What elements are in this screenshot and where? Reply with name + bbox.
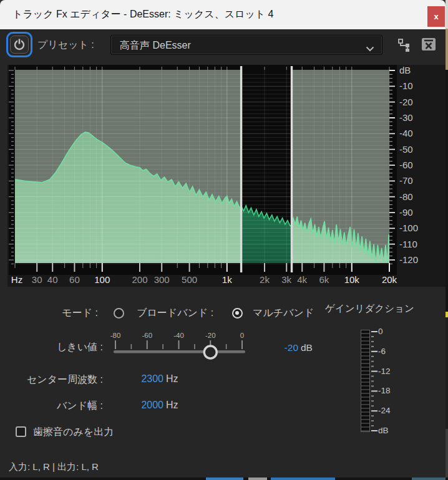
svg-text:-40: -40 — [173, 332, 184, 339]
spectrum-graph[interactable]: dB-10-20-30-40-50-60-70-80-90-100-110-12… — [0, 62, 446, 290]
svg-text:4k: 4k — [297, 274, 307, 285]
svg-text:500: 500 — [182, 274, 197, 285]
desktop-bleed-bottom — [248, 478, 267, 480]
screen: トラック Fx エディター - DeEsser: ミックス、スロット 4 x プ… — [0, 0, 448, 480]
bandwidth-unit: Hz — [166, 400, 178, 411]
desktop-bleed-right — [446, 312, 448, 317]
titlebar: トラック Fx エディター - DeEsser: ミックス、スロット 4 x — [0, 0, 446, 29]
svg-text:6k: 6k — [319, 274, 329, 285]
gain-reduction-meter-scale — [371, 327, 381, 436]
svg-text:2k: 2k — [260, 274, 270, 285]
mode-label: モード : — [0, 307, 98, 320]
center-frequency-unit: Hz — [166, 373, 178, 385]
svg-text:40: 40 — [47, 274, 58, 285]
desktop-bleed-right — [446, 70, 448, 312]
threshold-label: しきい値 : — [0, 341, 103, 354]
svg-text:60: 60 — [69, 274, 80, 285]
svg-text:dB: dB — [399, 65, 411, 75]
power-toggle-button[interactable] — [10, 36, 29, 54]
radio-multiband[interactable] — [232, 308, 243, 319]
desktop-bleed-right — [446, 0, 448, 29]
threshold-slider-handle — [204, 346, 217, 358]
window-title: トラック Fx エディター - DeEsser: ミックス、スロット 4 — [12, 8, 273, 21]
output-sibilance-checkbox[interactable] — [16, 426, 26, 437]
desktop-bleed-right — [446, 29, 448, 70]
gain-reduction-scale-label: -24 — [378, 406, 404, 415]
svg-text:-60: -60 — [142, 332, 152, 339]
svg-text:-40: -40 — [399, 128, 413, 138]
channel-status: 入力: L, R | 出力: L, R — [9, 461, 99, 473]
svg-text:10k: 10k — [344, 274, 360, 285]
svg-text:-70: -70 — [399, 175, 413, 186]
svg-text:1k: 1k — [222, 274, 232, 285]
gain-reduction-label: ゲインリダクション — [325, 302, 414, 315]
svg-text:-30: -30 — [399, 112, 413, 123]
center-frequency-label: センター周波数 : — [0, 373, 103, 386]
svg-text:100: 100 — [94, 274, 110, 285]
svg-text:-20: -20 — [399, 97, 413, 107]
radio-broadband[interactable] — [114, 308, 124, 319]
svg-text:0: 0 — [240, 332, 244, 339]
gain-reduction-scale-label: 0 — [378, 327, 404, 336]
center-frequency-value[interactable]: 2300 — [119, 373, 163, 385]
svg-text:Hz: Hz — [11, 274, 22, 285]
desktop-bleed-bottom — [271, 478, 335, 480]
gain-reduction-scale-label: -18 — [378, 386, 404, 395]
gain-reduction-scale-label: -6 — [378, 347, 404, 356]
svg-text:3k: 3k — [281, 274, 291, 285]
threshold-slider[interactable]: -80-60-40-200 — [109, 327, 262, 362]
svg-text:-110: -110 — [399, 239, 417, 249]
svg-text:-80: -80 — [110, 332, 121, 339]
desktop-bleed-bottom — [206, 478, 243, 480]
desktop-bleed-right — [446, 317, 448, 429]
svg-text:-20: -20 — [205, 332, 216, 339]
desktop-bleed-bottom — [412, 478, 446, 480]
preset-dropdown[interactable]: 高音声 DeEsser — [110, 35, 382, 55]
preset-value: 高音声 DeEsser — [120, 39, 191, 52]
preset-label: プリセット : — [37, 39, 94, 52]
chevron-down-icon — [366, 43, 374, 54]
gain-reduction-scale-label: -12 — [378, 367, 404, 376]
svg-text:200: 200 — [132, 274, 147, 285]
close-button[interactable]: x — [427, 6, 445, 27]
svg-text:-90: -90 — [399, 207, 413, 218]
desktop-bleed-right — [446, 429, 448, 480]
bandwidth-value[interactable]: 2000 — [119, 400, 163, 411]
output-sibilance-label: 歯擦音のみを出力 — [33, 426, 114, 439]
svg-text:-120: -120 — [399, 254, 418, 265]
power-toggle-focus-ring — [6, 32, 32, 57]
svg-text:30: 30 — [32, 274, 42, 285]
svg-text:-100: -100 — [399, 223, 418, 233]
gain-reduction-scale-label: dB — [378, 426, 404, 435]
gain-reduction-meter — [361, 330, 370, 432]
fx-editor-dialog: トラック Fx エディター - DeEsser: ミックス、スロット 4 x プ… — [0, 0, 446, 478]
radio-multiband-label: マルチバンド — [253, 307, 314, 320]
svg-text:-60: -60 — [399, 160, 413, 170]
effect-routing-icon[interactable] — [397, 37, 412, 52]
svg-text:300: 300 — [154, 274, 170, 285]
svg-text:20k: 20k — [382, 274, 397, 285]
bandwidth-label: バンド幅 : — [0, 400, 103, 413]
clear-effect-icon[interactable] — [421, 37, 436, 52]
threshold-unit: dB — [301, 342, 313, 353]
power-icon — [11, 44, 28, 55]
svg-text:-50: -50 — [399, 144, 413, 155]
svg-text:-10: -10 — [399, 80, 413, 91]
threshold-value[interactable]: -20 — [262, 342, 298, 353]
radio-broadband-label: ブロードバンド : — [137, 307, 213, 320]
svg-text:-80: -80 — [399, 191, 413, 202]
